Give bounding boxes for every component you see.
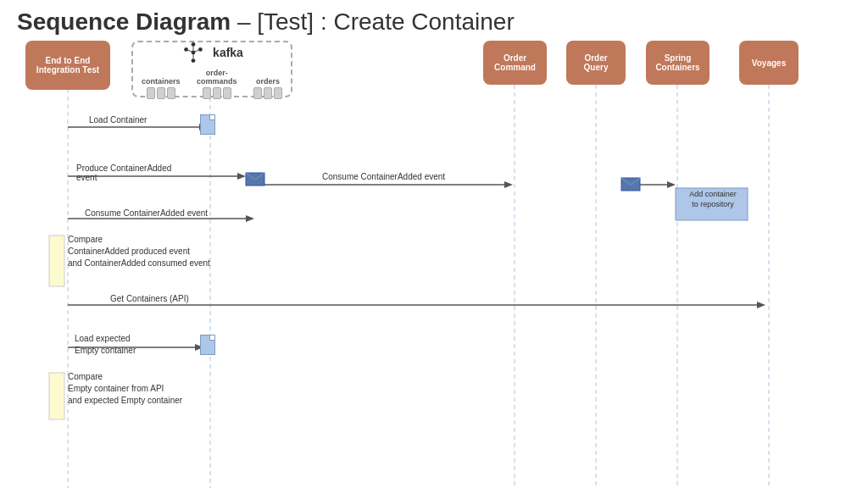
arrow-head-get-containers <box>757 302 765 308</box>
kafka-topic-containers: containers <box>142 77 181 99</box>
kafka-topic-orders: orders <box>253 77 282 99</box>
participant-order-command: OrderCommand <box>483 41 547 85</box>
label-compare-2: CompareEmpty container from APIand expec… <box>68 371 182 407</box>
activation-load-empty-container <box>200 335 215 355</box>
svg-point-4 <box>198 47 203 52</box>
label-produce-event: Produce ContainerAddedevent <box>76 164 171 182</box>
svg-point-3 <box>184 47 188 52</box>
label-get-containers: Get Containers (API) <box>110 294 189 303</box>
label-add-container: Add containerto repository <box>678 190 748 209</box>
kafka-label: kafka <box>213 46 243 59</box>
note-compare-1 <box>49 236 64 286</box>
activation-load-container <box>200 114 215 135</box>
arrow-head-consume-e2e <box>246 215 254 222</box>
participant-spring-containers: SpringContainers <box>646 41 709 85</box>
participant-kafka: kafka containers order-commands <box>131 41 292 97</box>
label-load-expected: Load expectedEmpty container <box>75 333 136 357</box>
arrow-head-consume-cmd <box>504 181 513 188</box>
label-consume-e2e: Consume ContainerAdded event <box>85 208 208 218</box>
kafka-topic-order-commands: order-commands <box>189 69 245 99</box>
arrow-head-produce-event <box>237 173 246 180</box>
kafka-logo-icon <box>181 40 206 65</box>
arrow-head-spring <box>667 181 676 188</box>
label-compare-1: CompareContainerAdded produced eventand … <box>68 234 210 269</box>
participant-e2e: End to EndIntegration Test <box>25 41 110 90</box>
svg-point-1 <box>192 42 196 47</box>
label-load-container: Load Container <box>89 115 147 125</box>
participant-order-query: OrderQuery <box>566 41 626 85</box>
svg-point-2 <box>192 58 196 63</box>
label-consume-event-cmd: Consume ContainerAdded event <box>322 172 445 181</box>
participant-voyages: Voyages <box>739 41 798 85</box>
note-compare-2 <box>49 373 64 419</box>
